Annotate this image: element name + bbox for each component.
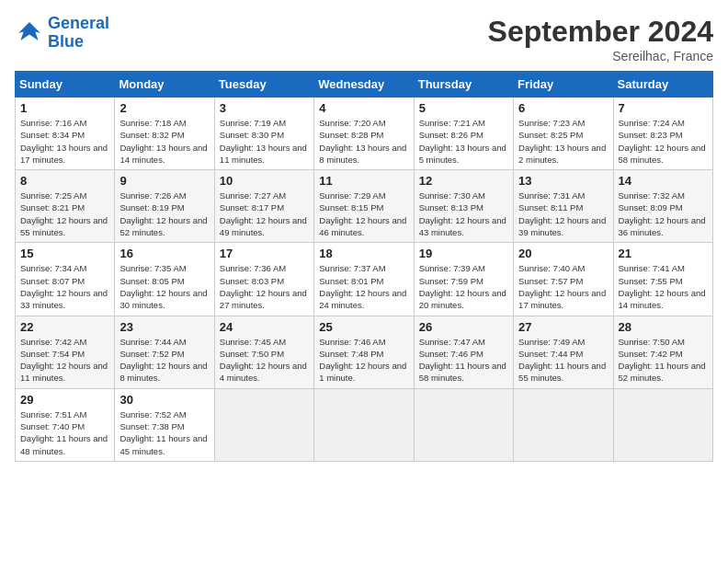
day-info: Sunrise: 7:29 AMSunset: 8:15 PMDaylight:… xyxy=(319,190,408,238)
day-number: 6 xyxy=(518,101,608,115)
day-number: 25 xyxy=(319,320,408,334)
day-info: Sunrise: 7:34 AMSunset: 8:07 PMDaylight:… xyxy=(20,262,109,311)
day-number: 29 xyxy=(20,393,109,407)
day-info: Sunrise: 7:31 AMSunset: 8:11 PMDaylight:… xyxy=(518,190,608,238)
day-number: 26 xyxy=(419,320,508,334)
weekday-header: Saturday xyxy=(613,72,712,98)
day-number: 3 xyxy=(220,101,309,115)
day-number: 15 xyxy=(20,247,109,260)
day-number: 27 xyxy=(518,320,608,334)
svg-marker-0 xyxy=(18,22,40,40)
title-block: September 2024 Sereilhac, France xyxy=(488,15,713,63)
day-info: Sunrise: 7:46 AMSunset: 7:48 PMDaylight:… xyxy=(319,336,408,385)
day-info: Sunrise: 7:27 AMSunset: 8:17 PMDaylight:… xyxy=(220,190,309,238)
location: Sereilhac, France xyxy=(488,49,713,63)
calendar-cell: 8Sunrise: 7:25 AMSunset: 8:21 PMDaylight… xyxy=(16,170,115,243)
calendar-cell: 16Sunrise: 7:35 AMSunset: 8:05 PMDayligh… xyxy=(115,243,214,316)
calendar-cell: 19Sunrise: 7:39 AMSunset: 7:59 PMDayligh… xyxy=(414,243,513,316)
day-number: 7 xyxy=(619,101,708,115)
day-number: 11 xyxy=(319,174,408,188)
weekday-header: Wednesday xyxy=(314,72,414,98)
day-number: 14 xyxy=(619,174,708,188)
calendar-cell: 5Sunrise: 7:21 AMSunset: 8:26 PMDaylight… xyxy=(414,98,513,170)
day-number: 18 xyxy=(319,247,408,260)
calendar-cell: 10Sunrise: 7:27 AMSunset: 8:17 PMDayligh… xyxy=(214,170,313,243)
calendar-cell: 29Sunrise: 7:51 AMSunset: 7:40 PMDayligh… xyxy=(16,388,115,461)
calendar-cell: 11Sunrise: 7:29 AMSunset: 8:15 PMDayligh… xyxy=(314,170,414,243)
calendar-cell: 28Sunrise: 7:50 AMSunset: 7:42 PMDayligh… xyxy=(613,316,712,388)
day-info: Sunrise: 7:30 AMSunset: 8:13 PMDaylight:… xyxy=(419,190,508,238)
calendar-header-row: SundayMondayTuesdayWednesdayThursdayFrid… xyxy=(16,72,713,98)
day-number: 12 xyxy=(419,174,508,188)
calendar-cell xyxy=(613,388,712,461)
logo: General Blue xyxy=(15,15,109,52)
day-number: 2 xyxy=(119,101,209,115)
month-title: September 2024 xyxy=(488,15,713,49)
day-number: 23 xyxy=(119,320,209,334)
calendar-week-row: 29Sunrise: 7:51 AMSunset: 7:40 PMDayligh… xyxy=(16,388,713,461)
calendar-cell: 26Sunrise: 7:47 AMSunset: 7:46 PMDayligh… xyxy=(414,316,513,388)
day-info: Sunrise: 7:44 AMSunset: 7:52 PMDaylight:… xyxy=(119,336,209,385)
calendar-cell: 23Sunrise: 7:44 AMSunset: 7:52 PMDayligh… xyxy=(115,316,214,388)
day-info: Sunrise: 7:24 AMSunset: 8:23 PMDaylight:… xyxy=(619,117,708,166)
calendar-cell: 9Sunrise: 7:26 AMSunset: 8:19 PMDaylight… xyxy=(115,170,214,243)
day-number: 17 xyxy=(220,247,309,260)
day-info: Sunrise: 7:25 AMSunset: 8:21 PMDaylight:… xyxy=(20,190,109,238)
day-number: 24 xyxy=(220,320,309,334)
calendar-cell: 27Sunrise: 7:49 AMSunset: 7:44 PMDayligh… xyxy=(514,316,613,388)
day-number: 22 xyxy=(20,320,109,334)
weekday-header: Monday xyxy=(115,72,214,98)
day-info: Sunrise: 7:19 AMSunset: 8:30 PMDaylight:… xyxy=(220,117,309,166)
calendar-cell: 13Sunrise: 7:31 AMSunset: 8:11 PMDayligh… xyxy=(514,170,613,243)
day-info: Sunrise: 7:42 AMSunset: 7:54 PMDaylight:… xyxy=(20,336,109,385)
weekday-header: Thursday xyxy=(414,72,513,98)
calendar-week-row: 15Sunrise: 7:34 AMSunset: 8:07 PMDayligh… xyxy=(16,243,713,316)
day-info: Sunrise: 7:52 AMSunset: 7:38 PMDaylight:… xyxy=(119,408,209,457)
calendar-cell xyxy=(214,388,313,461)
calendar-cell: 17Sunrise: 7:36 AMSunset: 8:03 PMDayligh… xyxy=(214,243,313,316)
day-number: 16 xyxy=(119,247,209,260)
day-info: Sunrise: 7:36 AMSunset: 8:03 PMDaylight:… xyxy=(220,262,309,311)
day-info: Sunrise: 7:20 AMSunset: 8:28 PMDaylight:… xyxy=(319,117,408,166)
calendar-cell: 7Sunrise: 7:24 AMSunset: 8:23 PMDaylight… xyxy=(613,98,712,170)
logo-icon xyxy=(15,18,44,48)
calendar-cell: 6Sunrise: 7:23 AMSunset: 8:25 PMDaylight… xyxy=(514,98,613,170)
calendar-table: SundayMondayTuesdayWednesdayThursdayFrid… xyxy=(15,71,713,462)
calendar-cell: 12Sunrise: 7:30 AMSunset: 8:13 PMDayligh… xyxy=(414,170,513,243)
day-number: 21 xyxy=(619,247,708,260)
weekday-header: Sunday xyxy=(16,72,115,98)
calendar-cell xyxy=(514,388,613,461)
day-info: Sunrise: 7:21 AMSunset: 8:26 PMDaylight:… xyxy=(419,117,508,166)
day-info: Sunrise: 7:51 AMSunset: 7:40 PMDaylight:… xyxy=(20,408,109,457)
day-number: 5 xyxy=(419,101,508,115)
day-info: Sunrise: 7:40 AMSunset: 7:57 PMDaylight:… xyxy=(518,262,608,311)
calendar-cell: 21Sunrise: 7:41 AMSunset: 7:55 PMDayligh… xyxy=(613,243,712,316)
day-number: 9 xyxy=(119,174,209,188)
calendar-cell: 14Sunrise: 7:32 AMSunset: 8:09 PMDayligh… xyxy=(613,170,712,243)
day-number: 30 xyxy=(119,393,209,407)
day-info: Sunrise: 7:35 AMSunset: 8:05 PMDaylight:… xyxy=(119,262,209,311)
calendar-cell: 18Sunrise: 7:37 AMSunset: 8:01 PMDayligh… xyxy=(314,243,414,316)
day-info: Sunrise: 7:18 AMSunset: 8:32 PMDaylight:… xyxy=(119,117,209,166)
day-number: 13 xyxy=(518,174,608,188)
calendar-cell: 3Sunrise: 7:19 AMSunset: 8:30 PMDaylight… xyxy=(214,98,313,170)
calendar-cell xyxy=(414,388,513,461)
day-number: 20 xyxy=(518,247,608,260)
day-number: 4 xyxy=(319,101,408,115)
day-info: Sunrise: 7:39 AMSunset: 7:59 PMDaylight:… xyxy=(419,262,508,311)
calendar-cell: 1Sunrise: 7:16 AMSunset: 8:34 PMDaylight… xyxy=(16,98,115,170)
day-info: Sunrise: 7:26 AMSunset: 8:19 PMDaylight:… xyxy=(119,190,209,238)
day-info: Sunrise: 7:49 AMSunset: 7:44 PMDaylight:… xyxy=(518,336,608,385)
calendar-cell: 4Sunrise: 7:20 AMSunset: 8:28 PMDaylight… xyxy=(314,98,414,170)
day-info: Sunrise: 7:47 AMSunset: 7:46 PMDaylight:… xyxy=(419,336,508,385)
day-number: 10 xyxy=(220,174,309,188)
calendar-cell: 22Sunrise: 7:42 AMSunset: 7:54 PMDayligh… xyxy=(16,316,115,388)
day-info: Sunrise: 7:45 AMSunset: 7:50 PMDaylight:… xyxy=(220,336,309,385)
logo-text: General Blue xyxy=(48,15,109,52)
calendar-cell: 2Sunrise: 7:18 AMSunset: 8:32 PMDaylight… xyxy=(115,98,214,170)
calendar-cell: 24Sunrise: 7:45 AMSunset: 7:50 PMDayligh… xyxy=(214,316,313,388)
calendar-cell: 15Sunrise: 7:34 AMSunset: 8:07 PMDayligh… xyxy=(16,243,115,316)
day-info: Sunrise: 7:32 AMSunset: 8:09 PMDaylight:… xyxy=(619,190,708,238)
day-number: 19 xyxy=(419,247,508,260)
day-info: Sunrise: 7:41 AMSunset: 7:55 PMDaylight:… xyxy=(619,262,708,311)
